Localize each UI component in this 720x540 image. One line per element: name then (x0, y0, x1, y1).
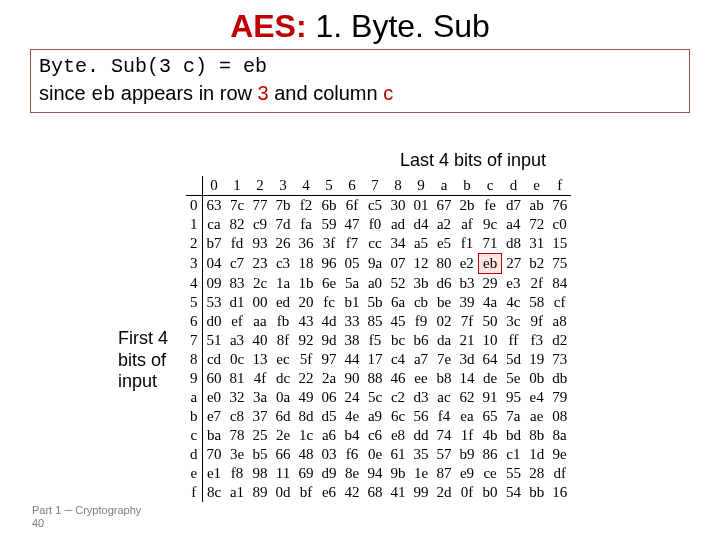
sbox-cell: d0 (202, 312, 226, 331)
sbox-cell: 3e (226, 445, 249, 464)
sbox-cell: f6 (341, 445, 364, 464)
sbox-cell: bd (502, 426, 526, 445)
sbox-cell: 26 (272, 234, 295, 254)
sbox-cell: a0 (364, 274, 387, 294)
sbox-cell: b7 (202, 234, 226, 254)
sbox-cell: 4b (479, 426, 502, 445)
sbox-cell: 0c (226, 350, 249, 369)
sbox-cell: 16 (548, 483, 571, 502)
sbox-cell: 55 (502, 464, 526, 483)
sbox-cell: d1 (226, 293, 249, 312)
sbox-cell: 95 (502, 388, 526, 407)
row-header: 4 (186, 274, 202, 294)
sbox-cell: 75 (548, 254, 571, 274)
row-header: 2 (186, 234, 202, 254)
sbox-cell: 0f (456, 483, 479, 502)
sbox-cell: 4d (318, 312, 341, 331)
sbox-cell: 90 (341, 369, 364, 388)
sbox-cell: e4 (525, 388, 548, 407)
col-header: 9 (410, 176, 433, 196)
sbox-cell: 77 (249, 196, 272, 216)
sbox-cell: a4 (502, 215, 526, 234)
sbox-cell: 92 (295, 331, 318, 350)
sbox-cell: ab (525, 196, 548, 216)
sbox-cell: 21 (456, 331, 479, 350)
sbox-cell: 72 (525, 215, 548, 234)
sbox-cell: 85 (364, 312, 387, 331)
explain-line: since eb appears in row 3 and column c (39, 80, 681, 108)
sbox-cell: 49 (295, 388, 318, 407)
sbox-cell: 5d (502, 350, 526, 369)
t: since (39, 82, 91, 104)
sbox-cell: 13 (249, 350, 272, 369)
sbox-cell: 68 (364, 483, 387, 502)
sbox-cell: 24 (341, 388, 364, 407)
sbox-cell: d8 (502, 234, 526, 254)
sbox-cell: c6 (364, 426, 387, 445)
sbox-cell: 74 (433, 426, 456, 445)
sbox-cell: d7 (502, 196, 526, 216)
sbox-cell: 80 (433, 254, 456, 274)
row-header: d (186, 445, 202, 464)
sbox-cell: f4 (433, 407, 456, 426)
row-header: 7 (186, 331, 202, 350)
sbox-cell: f0 (364, 215, 387, 234)
sbox-cell: 3f (318, 234, 341, 254)
sbox-cell: ba (202, 426, 226, 445)
col-header: 8 (387, 176, 410, 196)
sbox-cell: 8f (272, 331, 295, 350)
sbox-cell: a1 (226, 483, 249, 502)
sbox-cell: f1 (456, 234, 479, 254)
sbox-cell: b0 (479, 483, 502, 502)
sbox-cell: 04 (202, 254, 226, 274)
sbox-cell: 6a (387, 293, 410, 312)
sbox-cell: 98 (249, 464, 272, 483)
sbox-cell: 0a (272, 388, 295, 407)
sbox-cell: d5 (318, 407, 341, 426)
title-rest: 1. Byte. Sub (307, 8, 490, 44)
sbox-cell: ce (479, 464, 502, 483)
sbox-cell: c3 (272, 254, 295, 274)
sbox-cell: 8a (548, 426, 571, 445)
slide-number: 40 (32, 517, 44, 529)
sbox-cell: 79 (548, 388, 571, 407)
sbox-cell: 4a (479, 293, 502, 312)
sbox-cell: f9 (410, 312, 433, 331)
sbox-cell: 46 (387, 369, 410, 388)
sbox-cell: 01 (410, 196, 433, 216)
sbox-cell: 45 (387, 312, 410, 331)
sbox-cell: b2 (525, 254, 548, 274)
sbox-cell: c7 (226, 254, 249, 274)
sbox-cell: 1b (295, 274, 318, 294)
sbox-cell: 9c (479, 215, 502, 234)
col-header: d (502, 176, 526, 196)
col-header: 3 (272, 176, 295, 196)
sbox-cell: 36 (295, 234, 318, 254)
sbox-cell: 25 (249, 426, 272, 445)
sbox-cell: e2 (456, 254, 479, 274)
row-header: 1 (186, 215, 202, 234)
left-axis-label: First 4 bits of input (118, 328, 178, 393)
sbox-cell: 84 (548, 274, 571, 294)
sbox-cell: 82 (226, 215, 249, 234)
sbox-cell: bc (387, 331, 410, 350)
sbox-cell: b9 (456, 445, 479, 464)
sbox-cell: e3 (502, 274, 526, 294)
sbox-cell: a5 (410, 234, 433, 254)
sbox-cell: 7d (272, 215, 295, 234)
sbox-cell: 5e (502, 369, 526, 388)
sbox-cell: 2f (525, 274, 548, 294)
sbox-cell: 96 (318, 254, 341, 274)
page-title: AES: 1. Byte. Sub (0, 8, 720, 45)
col-header: 7 (364, 176, 387, 196)
sbox-cell: 31 (525, 234, 548, 254)
title-red: AES: (230, 8, 306, 44)
sbox-cell: 56 (410, 407, 433, 426)
col-header: 0 (202, 176, 226, 196)
sbox-cell: 83 (226, 274, 249, 294)
sbox-cell: 57 (433, 445, 456, 464)
sbox-cell: e9 (456, 464, 479, 483)
sbox-cell: 3a (249, 388, 272, 407)
row-header: c (186, 426, 202, 445)
sbox-table: 0123456789abcdef0637c777bf26b6fc53001672… (186, 176, 571, 502)
